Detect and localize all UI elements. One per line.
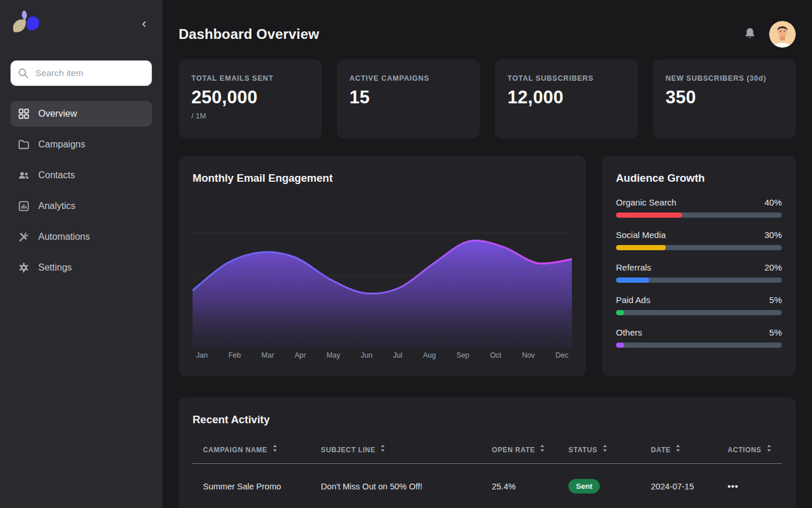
search-icon: [18, 68, 28, 78]
cell-date: 2024-07-15: [646, 464, 723, 505]
progress-fill: [616, 278, 649, 283]
sidebar: ‹ Overview: [0, 0, 162, 508]
table-row: Summer Sale Promo Don't Miss Out on 50% …: [193, 464, 782, 505]
notifications-button[interactable]: [744, 27, 756, 42]
engagement-chart-title: Monthly Email Engagement: [193, 172, 572, 185]
sidebar-item-label: Campaigns: [38, 139, 85, 150]
source-label: Paid Ads: [616, 295, 650, 305]
topbar: Dashboard Overview: [179, 16, 796, 52]
x-axis-label: Oct: [490, 351, 501, 359]
sort-icon: [273, 445, 277, 452]
x-axis-label: Jan: [196, 351, 208, 359]
engagement-area-chart: JanFebMarAprMayJunJulAugSepOctNovDec: [193, 211, 572, 359]
x-axis-label: Feb: [229, 351, 241, 359]
sidebar-item-overview[interactable]: Overview: [10, 101, 152, 127]
avatar[interactable]: [769, 21, 796, 48]
stat-subtext: [507, 111, 625, 120]
stat-value: 250,000: [191, 87, 309, 108]
audience-row-social-media: Social Media 30%: [616, 230, 782, 250]
sidebar-nav: Overview Campaigns Contacts: [10, 101, 152, 280]
area-series-fill: [193, 240, 572, 348]
sidebar-item-label: Contacts: [38, 170, 75, 181]
row-actions-button[interactable]: •••: [727, 481, 738, 491]
recent-activity-table: CAMPAIGN NAME SUBJECT LINE OPEN RATE: [193, 439, 782, 504]
x-axis-label: Jul: [393, 351, 403, 359]
search-input[interactable]: [10, 60, 152, 86]
column-header-date[interactable]: DATE: [646, 439, 723, 464]
sidebar-item-settings[interactable]: Settings: [10, 255, 152, 280]
column-header-open-rate[interactable]: OPEN RATE: [487, 439, 564, 464]
x-axis-label: Apr: [295, 351, 306, 359]
stat-card-total-subscribers: TOTAL SUBSCRIBERS 12,000: [495, 59, 638, 138]
x-axis-label: Jun: [361, 351, 372, 359]
progress-fill: [616, 212, 682, 218]
progress-track: [616, 310, 782, 315]
sidebar-collapse-button[interactable]: ‹: [136, 14, 152, 34]
stat-value: 12,000: [507, 87, 625, 108]
progress-track: [616, 212, 782, 218]
sidebar-item-analytics[interactable]: Analytics: [10, 193, 152, 219]
source-label: Referrals: [616, 262, 651, 272]
page-title: Dashboard Overview: [179, 26, 319, 42]
recent-activity-card: Recent Activity CAMPAIGN NAME SUBJECT LI…: [179, 397, 796, 508]
status-badge: Sent: [568, 479, 600, 493]
avatar-illustration: [769, 21, 796, 48]
progress-track: [616, 278, 782, 283]
settings-icon: [18, 262, 30, 273]
x-axis-label: May: [327, 351, 340, 359]
analytics-icon: [18, 200, 30, 212]
stat-value: 15: [350, 87, 467, 108]
stat-card-new-subscribers: NEW SUBSCRIBERS (30d) 350: [653, 59, 796, 138]
sidebar-item-contacts[interactable]: Contacts: [10, 163, 152, 188]
source-label: Social Media: [616, 230, 666, 240]
stat-value: 350: [666, 87, 784, 108]
audience-row-paid-ads: Paid Ads 5%: [616, 295, 782, 315]
audience-row-referrals: Referrals 20%: [616, 262, 782, 283]
app-root: ‹ Overview: [0, 0, 812, 508]
bell-icon: [744, 27, 756, 41]
progress-fill: [616, 310, 624, 315]
source-label: Organic Search: [616, 197, 676, 207]
stat-card-active-campaigns: ACTIVE CAMPAIGNS 15: [337, 59, 480, 138]
folder-icon: [18, 139, 30, 150]
source-label: Others: [616, 327, 642, 337]
sort-icon: [540, 445, 545, 452]
audience-growth-card: Audience Growth Organic Search 40% Socia…: [602, 156, 796, 376]
main-content: Dashboard Overview: [162, 0, 812, 508]
audience-growth-list: Organic Search 40% Social Media 30%: [616, 197, 782, 348]
column-header-status[interactable]: STATUS: [564, 439, 646, 464]
progress-fill: [616, 343, 624, 348]
sidebar-item-label: Overview: [38, 109, 77, 119]
audience-row-others: Others 5%: [616, 327, 782, 348]
brand-logo-icon: [10, 9, 41, 38]
cell-open-rate: 25.4%: [487, 464, 564, 505]
stat-label: NEW SUBSCRIBERS (30d): [666, 74, 784, 82]
sidebar-item-automations[interactable]: Automations: [10, 224, 152, 250]
column-header-campaign-name[interactable]: CAMPAIGN NAME: [193, 439, 316, 464]
sidebar-item-label: Automations: [38, 232, 90, 242]
stat-subtext: / 1M: [191, 111, 309, 120]
grid-icon: [18, 108, 30, 120]
source-percentage: 20%: [764, 262, 782, 272]
x-axis-label: Sep: [456, 351, 469, 359]
stat-label: ACTIVE CAMPAIGNS: [350, 74, 467, 82]
stats-row: TOTAL EMAILS SENT 250,000 / 1M ACTIVE CA…: [179, 59, 796, 138]
progress-fill: [616, 245, 666, 250]
contacts-icon: [18, 170, 30, 181]
x-axis-label: Nov: [522, 351, 535, 359]
stat-card-emails-sent: TOTAL EMAILS SENT 250,000 / 1M: [179, 59, 322, 138]
stat-label: TOTAL EMAILS SENT: [191, 74, 309, 82]
x-axis-label: Aug: [423, 351, 436, 359]
progress-track: [616, 245, 782, 250]
source-percentage: 40%: [764, 197, 782, 207]
sort-icon: [676, 445, 680, 452]
source-percentage: 5%: [769, 327, 782, 337]
sidebar-item-label: Analytics: [38, 201, 75, 211]
column-header-actions[interactable]: ACTIONS: [723, 439, 782, 464]
stat-label: TOTAL SUBSCRIBERS: [507, 74, 625, 82]
sidebar-item-campaigns[interactable]: Campaigns: [10, 132, 152, 157]
column-header-subject-line[interactable]: SUBJECT LINE: [316, 439, 487, 464]
automations-icon: [18, 231, 30, 243]
recent-activity-title: Recent Activity: [193, 413, 782, 426]
source-percentage: 5%: [769, 295, 782, 305]
